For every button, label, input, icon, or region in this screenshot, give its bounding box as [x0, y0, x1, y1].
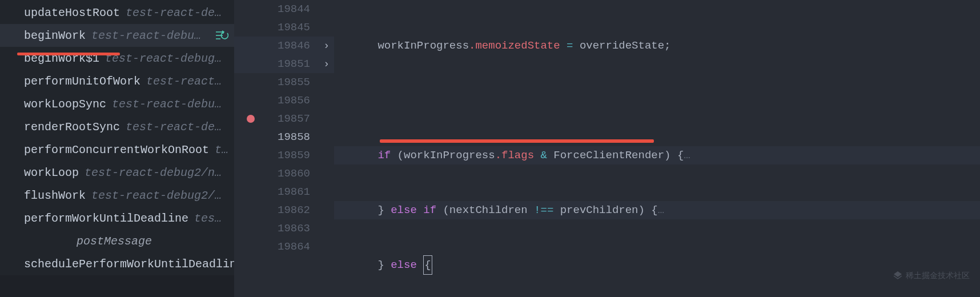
callstack-src: test-react-de… [126, 121, 228, 134]
fold-icon[interactable]: › [323, 58, 330, 70]
line-number-gutter: 19844 19845 19846› 19851› 19855 19856 19… [234, 0, 334, 297]
callstack-src: t… [215, 143, 228, 156]
breakpoint-icon[interactable] [247, 115, 255, 123]
call-stack-panel: updateHostRoot test-react-de… beginWork … [0, 0, 234, 275]
fold-icon[interactable]: › [323, 40, 330, 51]
callstack-item[interactable]: renderRootSync test-react-de… [0, 115, 234, 138]
callstack-fn: renderRootSync [24, 121, 120, 134]
callstack-src: tes… [194, 212, 228, 225]
code-line[interactable]: } else if (nextChildren !== prevChildren… [339, 201, 980, 219]
callstack-fn: schedulePerformWorkUntilDeadline [24, 258, 234, 271]
callstack-item[interactable]: flushWork test-react-debug2/… [0, 184, 234, 207]
restart-frame-icon[interactable] [215, 30, 228, 41]
callstack-fn: beginWork [24, 29, 86, 42]
line-number-active[interactable]: 19858 [234, 128, 334, 146]
code-line[interactable]: } else { [339, 256, 980, 274]
line-number[interactable]: 19844 [234, 0, 334, 18]
callstack-fn: flushWork [24, 189, 86, 202]
callstack-item[interactable]: performUnitOfWork test-react… [0, 70, 234, 93]
svg-marker-3 [894, 271, 902, 277]
callstack-src: test-react-debug2/… [91, 189, 228, 202]
line-number[interactable]: 19857 [234, 110, 334, 128]
callstack-fn: performConcurrentWorkOnRoot [24, 143, 209, 156]
callstack-fn: workLoop [24, 166, 79, 179]
callstack-item[interactable]: workLoopSync test-react-debu… [0, 93, 234, 115]
callstack-fn: performUnitOfWork [24, 75, 140, 88]
line-number[interactable]: 19855 [234, 73, 334, 91]
line-number[interactable]: 19862 [234, 201, 334, 219]
code-editor[interactable]: workInProgress.memoizedState = overrideS… [334, 0, 980, 297]
callstack-fn: postMessage [77, 235, 152, 248]
callstack-item[interactable]: updateHostRoot test-react-de… [0, 1, 234, 24]
callstack-item[interactable]: postMessage [0, 230, 234, 252]
line-number[interactable]: 19845 [234, 18, 334, 37]
annotation-underline [380, 139, 654, 143]
callstack-fn: updateHostRoot [24, 6, 120, 19]
callstack-fn: performWorkUntilDeadline [24, 212, 188, 225]
cursor-box: { [423, 255, 432, 275]
line-number[interactable]: 19864 [234, 238, 334, 256]
line-number[interactable]: 19846› [234, 37, 334, 55]
line-number[interactable]: 19856 [234, 91, 334, 110]
callstack-src: test-react-debug… [105, 52, 228, 65]
callstack-item[interactable]: workLoop test-react-debug2/n… [0, 161, 234, 184]
line-number[interactable]: 19859 [234, 146, 334, 164]
callstack-src: test-react-de… [126, 6, 228, 19]
callstack-item[interactable]: performWorkUntilDeadline tes… [0, 207, 234, 230]
callstack-src: test-react-debu… [91, 29, 215, 42]
callstack-item[interactable]: beginWork$1 test-react-debug… [0, 47, 234, 70]
code-line[interactable] [339, 91, 980, 110]
code-line[interactable]: workInProgress.memoizedState = overrideS… [339, 37, 980, 55]
line-number[interactable]: 19851› [234, 55, 334, 73]
watermark: 稀土掘金技术社区 [893, 266, 970, 284]
callstack-item[interactable]: performConcurrentWorkOnRoot t… [0, 138, 234, 161]
line-number[interactable]: 19863 [234, 219, 334, 238]
callstack-item[interactable]: schedulePerformWorkUntilDeadline [0, 252, 234, 275]
callstack-src: test-react-debu… [112, 98, 228, 111]
line-number[interactable]: 19861 [234, 183, 334, 201]
callstack-fn: workLoopSync [24, 98, 106, 111]
line-number[interactable]: 19860 [234, 164, 334, 183]
code-line[interactable]: if (workInProgress.flags & ForceClientRe… [339, 146, 980, 164]
annotation-underline [17, 53, 120, 55]
callstack-src: test-react… [146, 75, 228, 88]
watermark-text: 稀土掘金技术社区 [906, 266, 970, 284]
callstack-item-selected[interactable]: beginWork test-react-debu… [0, 24, 234, 47]
callstack-src: test-react-debug2/n… [85, 166, 228, 179]
